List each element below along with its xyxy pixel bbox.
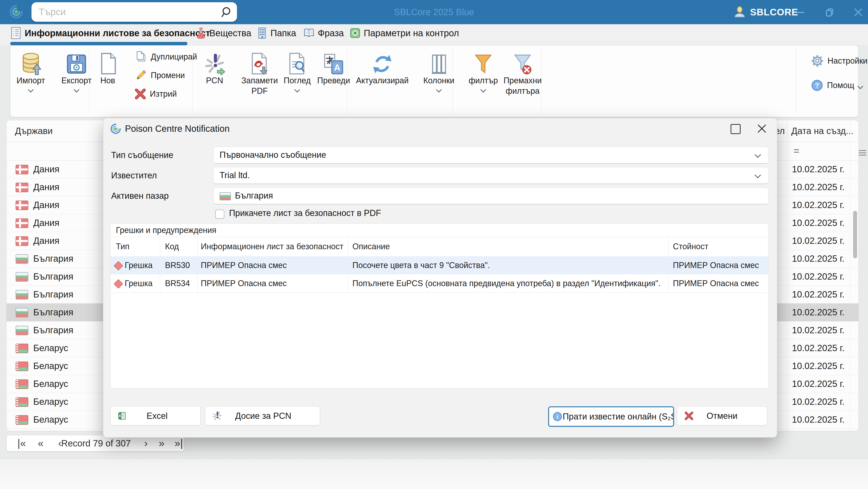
date-cell: 10.02.2025 г. xyxy=(792,232,844,250)
message-type-dropdown[interactable]: Първоначално съобщение xyxy=(213,147,768,164)
tab-control-parameters[interactable]: Параметри на контрол xyxy=(350,24,459,42)
tab-label: Параметри на контрол xyxy=(364,28,459,38)
country-cell: Дания xyxy=(33,160,59,178)
excel-export-button[interactable]: X Excel xyxy=(111,406,200,425)
tab-label: Информационни листове за безопасност xyxy=(25,28,210,38)
filter-button[interactable]: филтър xyxy=(466,49,500,92)
help-button[interactable]: ? Помощ xyxy=(811,79,862,92)
close-button[interactable] xyxy=(853,7,864,18)
search-input[interactable] xyxy=(38,4,218,20)
vertical-scrollbar-thumb[interactable] xyxy=(853,211,857,258)
view-button[interactable]: Поглед xyxy=(280,49,314,92)
pcn-dossier-button[interactable]: Досие за PCN xyxy=(205,406,320,425)
dialog-close-icon[interactable] xyxy=(757,124,767,133)
tab-safety-data-sheets[interactable]: Информационни листове за безопасност xyxy=(10,24,210,42)
bulgaria-flag-icon xyxy=(16,326,28,335)
import-button[interactable]: Импорт xyxy=(14,49,48,92)
country-cell: Беларус xyxy=(33,411,68,429)
date-column-header[interactable]: Дата на създ... xyxy=(791,120,853,142)
pcn-dossier-icon xyxy=(212,411,222,421)
errors-section-title: Грешки и предупреждения xyxy=(116,224,216,237)
tab-substances[interactable]: Вещества xyxy=(196,24,251,42)
chevron-down-icon xyxy=(73,87,79,92)
refresh-button[interactable]: Актуализирай xyxy=(355,49,409,86)
new-button[interactable]: Нов xyxy=(93,49,122,86)
duplicate-button[interactable]: Дуплицирай xyxy=(134,51,197,63)
pcn-button[interactable]: PCN xyxy=(199,49,230,86)
database-import-icon xyxy=(20,49,42,75)
divider xyxy=(111,293,768,293)
status-strip xyxy=(0,458,868,489)
tab-folder[interactable]: Папка xyxy=(257,24,296,42)
chevron-down-icon xyxy=(294,87,300,92)
country-cell: Беларус xyxy=(33,375,68,393)
user-avatar-icon xyxy=(733,6,746,19)
errors-warnings-groupbox: Грешки и предупреждения Тип Код Информац… xyxy=(111,223,768,388)
date-cell: 10.02.2025 г. xyxy=(792,357,844,375)
country-cell: Беларус xyxy=(33,339,68,357)
chevron-down-icon xyxy=(480,87,486,92)
gear-icon xyxy=(811,55,824,67)
equals-filter-icon[interactable]: = xyxy=(794,142,799,160)
poison-centre-notification-dialog: Poison Centre Notification Тип съобщение… xyxy=(103,118,777,438)
active-market-label: Активен пазар xyxy=(111,191,168,201)
tab-phrase[interactable]: Фраза xyxy=(303,24,344,42)
minimize-button[interactable] xyxy=(795,7,806,18)
attach-pdf-checkbox[interactable] xyxy=(215,210,224,219)
pcn-notification-icon xyxy=(204,49,225,75)
document-list-icon xyxy=(10,27,22,39)
search-icon[interactable] xyxy=(220,6,232,18)
cancel-x-icon xyxy=(684,411,694,421)
code-column-header[interactable]: Код xyxy=(165,237,179,256)
export-button[interactable]: Експорт xyxy=(60,49,93,92)
date-cell: 10.02.2025 г. xyxy=(792,339,844,357)
countries-column-header[interactable]: Държави xyxy=(15,120,53,142)
date-cell: 10.02.2025 г. xyxy=(792,160,844,178)
type-column-header[interactable]: Тип xyxy=(116,237,129,256)
account-area[interactable]: SBLCORE xyxy=(733,0,798,24)
search-box[interactable] xyxy=(31,2,237,22)
message-type-label: Тип съобщение xyxy=(111,150,174,160)
date-cell: 10.02.2025 г. xyxy=(792,411,844,429)
first-record-button[interactable]: |« xyxy=(18,435,26,451)
country-cell: Дания xyxy=(33,196,59,214)
country-cell: Беларус xyxy=(33,357,68,375)
active-market-field[interactable]: България xyxy=(213,187,768,205)
book-icon xyxy=(303,27,315,39)
menu-lines-icon[interactable] xyxy=(859,150,866,156)
edit-button[interactable]: Промени xyxy=(134,69,185,82)
date-cell: 10.02.2025 г. xyxy=(792,178,844,196)
belarus-flag-icon xyxy=(16,362,28,371)
sds-column-header[interactable]: Информационен лист за безопасност xyxy=(201,237,343,256)
cancel-button[interactable]: Отмени xyxy=(677,406,767,425)
bulgaria-flag-icon xyxy=(16,308,28,317)
tab-label: Папка xyxy=(271,28,296,38)
date-cell: 10.02.2025 г. xyxy=(792,214,844,232)
settings-button[interactable]: Настройки xyxy=(811,55,868,67)
chevron-down-icon xyxy=(754,172,761,178)
next-record-button[interactable]: › xyxy=(144,435,148,451)
last-record-button[interactable]: »| xyxy=(175,435,183,451)
dialog-title: Poison Centre Notification xyxy=(125,124,229,134)
columns-button[interactable]: Колонки xyxy=(421,49,457,92)
chevron-down-icon xyxy=(858,83,863,89)
description-column-header[interactable]: Описание xyxy=(352,237,390,256)
fast-next-button[interactable]: » xyxy=(159,435,164,451)
translate-button[interactable]: A Преведи xyxy=(315,49,352,86)
fast-prev-button[interactable]: « xyxy=(38,435,44,451)
dialog-maximize-button[interactable] xyxy=(731,124,741,134)
notifier-dropdown[interactable]: Trial ltd. xyxy=(213,167,768,184)
chevron-down-icon xyxy=(436,87,442,92)
excel-icon: X xyxy=(117,411,127,421)
value-column-header[interactable]: Стойност xyxy=(673,237,708,256)
error-row[interactable]: Грешка BR534 ПРИМЕР Опасна смес Попълнет… xyxy=(111,274,768,293)
error-row[interactable]: Грешка BR530 ПРИМЕР Опасна смес Посочете… xyxy=(111,256,768,274)
restore-button[interactable] xyxy=(824,7,835,18)
send-notification-online-button[interactable]: i Прати известие онлайн (S₂S xyxy=(548,406,674,427)
delete-button[interactable]: Изтрий xyxy=(134,88,177,100)
country-cell: Беларус xyxy=(33,393,68,411)
error-diamond-icon xyxy=(114,279,123,288)
save-pdf-button[interactable]: Запамети PDF xyxy=(240,49,279,96)
attach-pdf-label: Прикачете лист за безопасност в PDF xyxy=(229,208,381,218)
remove-filter-button[interactable]: Премахни филтъра xyxy=(501,49,544,96)
